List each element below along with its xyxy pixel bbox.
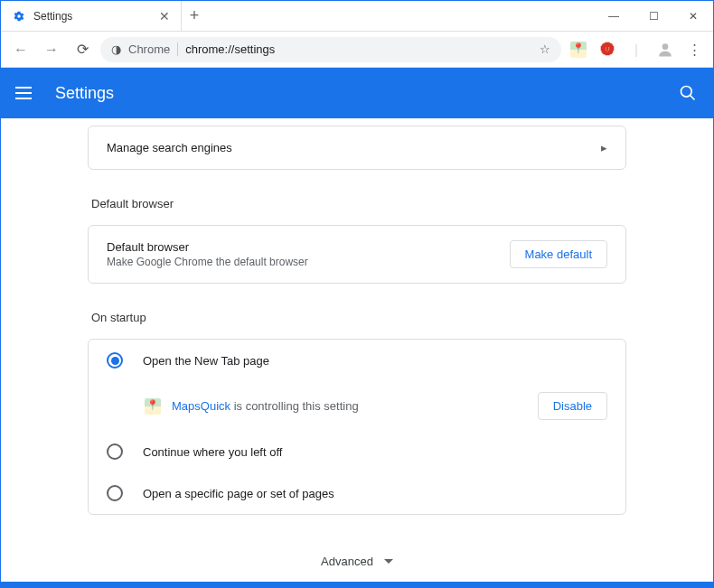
advanced-toggle[interactable]: Advanced xyxy=(321,531,393,582)
chevron-down-icon xyxy=(384,559,393,564)
disable-button[interactable]: Disable xyxy=(538,392,607,420)
window-close-button[interactable]: ✕ xyxy=(673,3,713,30)
startup-option-label: Open a specific page or set of pages xyxy=(143,487,334,500)
menu-icon[interactable]: ⋮ xyxy=(682,38,706,61)
default-browser-card: Default browser Make Google Chrome the d… xyxy=(88,225,626,284)
chevron-right-icon: ▸ xyxy=(601,141,607,154)
default-browser-section-title: Default browser xyxy=(88,186,626,225)
extension-badge-icon[interactable]: ⓿ xyxy=(596,38,619,61)
close-tab-icon[interactable]: ✕ xyxy=(159,9,170,23)
address-url: chrome://settings xyxy=(185,42,275,56)
window-titlebar: Settings ✕ + — ☐ ✕ xyxy=(1,1,713,32)
startup-option-newtab[interactable]: Open the New Tab page xyxy=(89,340,625,381)
startup-option-specific[interactable]: Open a specific page or set of pages xyxy=(89,472,625,514)
chrome-icon: ◑ xyxy=(111,42,121,56)
gear-icon xyxy=(12,9,26,23)
browser-tab[interactable]: Settings ✕ xyxy=(1,1,182,32)
manage-search-label: Manage search engines xyxy=(107,141,601,154)
divider: | xyxy=(625,38,648,61)
on-startup-section-title: On startup xyxy=(88,300,626,339)
mapsquick-icon xyxy=(145,398,161,415)
tab-title: Settings xyxy=(33,10,152,23)
search-icon[interactable] xyxy=(677,82,699,104)
address-origin: Chrome xyxy=(128,42,178,56)
new-tab-button[interactable]: + xyxy=(182,6,207,25)
browser-toolbar: ← → ⟳ ◑ Chrome chrome://settings ☆ ⓿ | ⋮ xyxy=(1,32,713,68)
page-title: Settings xyxy=(55,84,677,103)
radio-icon[interactable] xyxy=(107,443,123,460)
window-bottom-border xyxy=(1,582,713,587)
extension-control-notice: MapsQuick is controlling this setting Di… xyxy=(89,381,625,431)
startup-option-label: Continue where you left off xyxy=(143,445,282,459)
address-bar[interactable]: ◑ Chrome chrome://settings ☆ xyxy=(100,37,561,62)
default-browser-label: Default browser xyxy=(107,240,510,254)
extension-message: is controlling this setting xyxy=(230,399,359,413)
forward-button[interactable]: → xyxy=(39,37,64,62)
extension-name[interactable]: MapsQuick xyxy=(172,399,230,413)
radio-selected-icon[interactable] xyxy=(107,352,123,369)
profile-icon[interactable] xyxy=(653,38,677,61)
extension-maps-icon[interactable] xyxy=(567,38,590,61)
manage-search-card[interactable]: Manage search engines ▸ xyxy=(88,126,626,170)
back-button[interactable]: ← xyxy=(8,37,33,62)
radio-icon[interactable] xyxy=(107,485,123,501)
menu-hamburger-icon[interactable] xyxy=(15,82,37,104)
maximize-button[interactable]: ☐ xyxy=(634,3,673,30)
reload-button[interactable]: ⟳ xyxy=(70,37,95,62)
svg-line-2 xyxy=(691,96,695,100)
star-icon[interactable]: ☆ xyxy=(540,42,550,56)
minimize-button[interactable]: — xyxy=(594,3,634,30)
make-default-button[interactable]: Make default xyxy=(510,240,607,268)
default-browser-subtitle: Make Google Chrome the default browser xyxy=(107,256,510,268)
startup-option-continue[interactable]: Continue where you left off xyxy=(89,431,625,472)
advanced-label: Advanced xyxy=(321,555,373,568)
settings-content: Manage search engines ▸ Default browser … xyxy=(1,118,713,582)
svg-point-0 xyxy=(662,43,669,50)
svg-point-1 xyxy=(681,87,692,98)
settings-header: Settings xyxy=(1,68,713,118)
on-startup-card: Open the New Tab page MapsQuick is contr… xyxy=(88,339,626,515)
startup-option-label: Open the New Tab page xyxy=(143,354,269,368)
